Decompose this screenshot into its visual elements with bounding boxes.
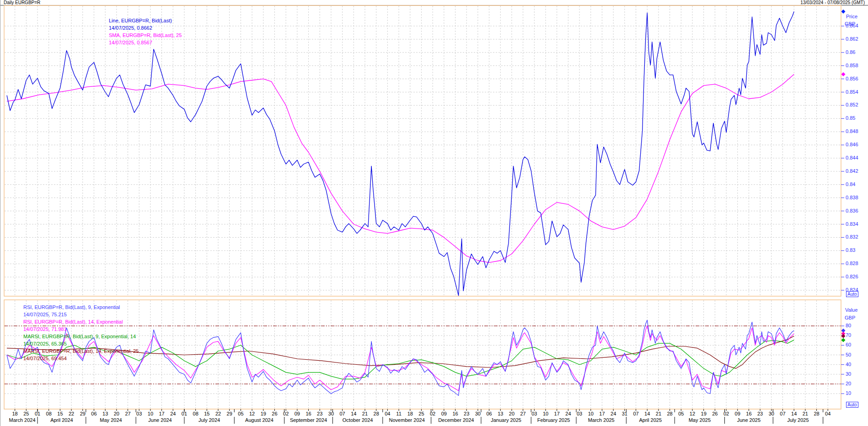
x-axis-day-label: 09 bbox=[732, 411, 744, 416]
price-tick-label: 0.84 bbox=[846, 181, 855, 187]
value-axis-auto-button[interactable]: Auto bbox=[846, 402, 858, 408]
x-axis-day-label: 16 bbox=[450, 411, 461, 416]
rsi-legend-row: RSI, EURGBP=R, Bid(Last), 14, Exponentia… bbox=[23, 318, 139, 325]
x-axis-day-label: 09 bbox=[438, 411, 450, 416]
x-axis-day-label: 26 bbox=[268, 411, 280, 416]
x-axis-day-label: 07 bbox=[337, 411, 348, 416]
x-axis-day-label: 08 bbox=[43, 411, 55, 416]
x-axis-day-label: 24 bbox=[562, 411, 574, 416]
x-axis-day-label: 24 bbox=[167, 411, 179, 416]
x-axis-day-label: 01 bbox=[178, 411, 190, 416]
x-axis-day-label: 07 bbox=[777, 411, 788, 416]
x-axis-day-label: 04 bbox=[822, 411, 834, 416]
price-marker-diamond bbox=[841, 72, 846, 76]
x-axis-day-label: 14 bbox=[348, 411, 359, 416]
price-tick-label: 0.852 bbox=[846, 102, 858, 107]
x-axis-day-label: 30 bbox=[325, 411, 337, 416]
x-axis-day-label: 08 bbox=[190, 411, 202, 416]
x-axis-day-label: 26 bbox=[709, 411, 721, 416]
x-axis-day-label: 05 bbox=[675, 411, 687, 416]
price-tick-label: 0.842 bbox=[846, 168, 858, 174]
x-axis-day-label: 28 bbox=[370, 411, 382, 416]
x-axis-day-label: 20 bbox=[506, 411, 518, 416]
x-axis-day-label: 04 bbox=[381, 411, 393, 416]
x-axis-day-label: 25 bbox=[20, 411, 32, 416]
x-axis-day-label: 23 bbox=[754, 411, 766, 416]
x-axis-day-label: 18 bbox=[9, 411, 21, 416]
x-axis-day-label: 20 bbox=[111, 411, 123, 416]
price-tick-label: 0.848 bbox=[846, 128, 858, 134]
main-legend-row: 14/07/2025, 0.8567 bbox=[109, 39, 182, 46]
x-axis-day-label: 10 bbox=[540, 411, 552, 416]
x-axis-day-label: 17 bbox=[596, 411, 608, 416]
x-axis-day-label: 02 bbox=[720, 411, 732, 416]
x-axis-day-label: 24 bbox=[607, 411, 619, 416]
value-axis-title: Value bbox=[845, 307, 857, 313]
x-axis-day-label: 02 bbox=[280, 411, 292, 416]
x-axis-day-label: 18 bbox=[404, 411, 416, 416]
x-axis-day-label: 16 bbox=[303, 411, 315, 416]
x-axis-day-label: 27 bbox=[122, 411, 134, 416]
price-tick-label: 0.858 bbox=[846, 63, 858, 68]
rsi-panel-legend: RSI, EURGBP=R, Bid(Last), 9, Exponential… bbox=[23, 304, 139, 362]
x-axis-day-label: 22 bbox=[212, 411, 224, 416]
x-axis-day-label: 10 bbox=[145, 411, 156, 416]
price-tick-label: 0.838 bbox=[846, 195, 858, 200]
price-tick-label: 0.832 bbox=[846, 234, 858, 240]
x-axis-day-label: 21 bbox=[799, 411, 811, 416]
sma-line bbox=[7, 75, 794, 263]
price-tick-label: 0.828 bbox=[846, 261, 858, 266]
x-axis-day-label: 15 bbox=[54, 411, 66, 416]
x-axis-day-label: 14 bbox=[641, 411, 653, 416]
main-panel-border bbox=[4, 5, 841, 296]
price-tick-label: 0.862 bbox=[846, 36, 858, 42]
value-tick-label: 20 bbox=[846, 381, 851, 386]
x-axis-day-label: 23 bbox=[314, 411, 326, 416]
value-tick-label: 30 bbox=[846, 371, 851, 377]
x-axis-day-label: 28 bbox=[811, 411, 823, 416]
chart-canvas bbox=[0, 0, 868, 426]
main-legend-row: SMA, EURGBP=R, Bid(Last), 25 bbox=[109, 32, 182, 39]
x-axis-day-label: 30 bbox=[766, 411, 777, 416]
rsi-legend-row: RSI, EURGBP=R, Bid(Last), 9, Exponential bbox=[23, 304, 139, 311]
main-chart-legend: Line, EURGBP=R, Bid(Last)14/07/2025, 0.8… bbox=[109, 17, 182, 46]
x-axis-day-label: 09 bbox=[291, 411, 303, 416]
value-tick-label: 40 bbox=[846, 362, 851, 367]
x-axis-day-label: 05 bbox=[235, 411, 246, 416]
x-axis-day-label: 03 bbox=[133, 411, 145, 416]
x-axis-day-label: 19 bbox=[257, 411, 269, 416]
x-axis-day-label: 22 bbox=[65, 411, 77, 416]
price-tick-label: 0.836 bbox=[846, 208, 858, 213]
value-marker-diamond bbox=[841, 334, 846, 338]
x-axis-day-label: 10 bbox=[585, 411, 597, 416]
x-axis-day-label: 25 bbox=[415, 411, 427, 416]
x-axis-day-label: 14 bbox=[788, 411, 800, 416]
x-axis-day-label: 02 bbox=[427, 411, 439, 416]
x-axis-day-label: 06 bbox=[88, 411, 100, 416]
x-axis-day-label: 13 bbox=[494, 411, 506, 416]
value-tick-label: 80 bbox=[846, 323, 851, 328]
x-axis-day-label: 07 bbox=[630, 411, 642, 416]
x-axis-day-label: 28 bbox=[664, 411, 676, 416]
x-axis-day-label: 13 bbox=[99, 411, 111, 416]
x-axis-day-label: 11 bbox=[393, 411, 405, 416]
price-tick-label: 0.826 bbox=[846, 274, 858, 279]
value-axis-currency: GBP bbox=[845, 315, 855, 320]
price-axis-title: Price bbox=[846, 14, 857, 19]
price-axis-auto-button[interactable]: Auto bbox=[846, 291, 858, 297]
x-axis-day-label: 31 bbox=[619, 411, 631, 416]
rsi-legend-row: 14/07/2025, 75.215 bbox=[23, 311, 139, 318]
x-axis-day-label: 16 bbox=[743, 411, 755, 416]
x-axis-day-label: 29 bbox=[77, 411, 89, 416]
price-tick-label: 0.844 bbox=[846, 155, 858, 160]
rsi-legend-row: MARSI, EURGBP=R, Bid(Last), 14, Exponent… bbox=[23, 347, 139, 355]
price-axis-currency: GBP bbox=[845, 21, 855, 27]
price-tick-label: 0.846 bbox=[846, 142, 858, 147]
value-tick-label: 10 bbox=[846, 390, 851, 396]
x-axis-day-label: 23 bbox=[461, 411, 472, 416]
value-tick-label: 50 bbox=[846, 352, 851, 357]
price-tick-label: 0.856 bbox=[846, 76, 858, 81]
x-axis-day-label: 12 bbox=[246, 411, 258, 416]
price-marker-diamond bbox=[841, 10, 846, 14]
price-tick-label: 0.83 bbox=[846, 247, 855, 253]
